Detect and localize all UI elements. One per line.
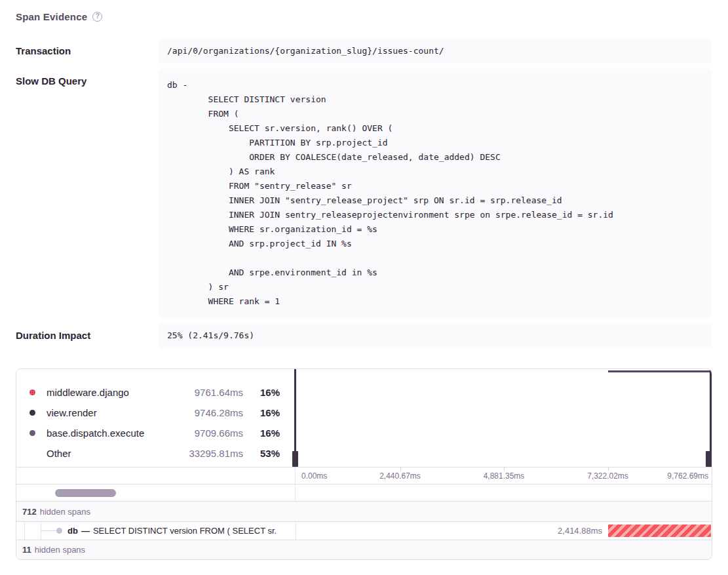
legend-label: middleware.django xyxy=(47,387,171,398)
legend-label: base.dispatch.execute xyxy=(47,427,171,439)
tree-dot-icon xyxy=(56,528,62,534)
span-op-separator: — xyxy=(81,526,90,536)
hidden-spans-count: 11 xyxy=(22,545,31,555)
hidden-spans-row-top[interactable]: 712 hidden spans xyxy=(16,502,712,522)
span-tree-panel: middleware.django 9761.64ms 16% view.ren… xyxy=(16,368,712,560)
minimap-row: middleware.django 9761.64ms 16% view.ren… xyxy=(16,369,712,467)
legend-label: view.render xyxy=(47,407,171,418)
hidden-spans-row-bottom[interactable]: 11 hidden spans xyxy=(16,540,712,559)
legend-label: Other xyxy=(47,448,171,459)
slow-db-query-row: Slow DB Query db - SELECT DISTINCT versi… xyxy=(16,69,712,318)
legend-row: Other 33295.81ms 53% xyxy=(29,443,280,464)
span-duration: 2,414.88ms xyxy=(558,522,602,540)
legend-dot-red-icon xyxy=(29,389,35,395)
column-divider xyxy=(296,522,296,540)
time-axis: 0.00ms 2,440.67ms 4,881.35ms 7,322.02ms … xyxy=(296,467,712,484)
legend-percent: 16% xyxy=(243,387,280,398)
hidden-spans-count: 712 xyxy=(22,507,37,517)
axis-tick-label: 9,762.69ms xyxy=(667,471,708,481)
legend-percent: 16% xyxy=(243,407,280,418)
legend-dot-gray-icon xyxy=(29,430,35,436)
slow-db-query-label: Slow DB Query xyxy=(16,69,159,87)
legend-duration: 9761.64ms xyxy=(171,387,243,398)
duration-impact-row: Duration Impact 25% (2.41s/9.76s) xyxy=(16,323,712,348)
span-evidence-section: Span Evidence ? Transaction /api/0/organ… xyxy=(0,0,728,348)
legend-row: view.render 9746.28ms 16% xyxy=(29,403,280,423)
legend-duration: 33295.81ms xyxy=(171,448,243,459)
time-axis-row: 0.00ms 2,440.67ms 4,881.35ms 7,322.02ms … xyxy=(16,467,712,485)
duration-impact-value: 25% (2.41s/9.76s) xyxy=(159,323,712,348)
span-row[interactable]: db — SELECT DISTINCT version FROM ( SELE… xyxy=(16,522,712,540)
span-description: SELECT DISTINCT version FROM ( SELECT sr… xyxy=(93,526,277,536)
section-header: Span Evidence ? xyxy=(16,10,712,23)
minimap-span-line xyxy=(608,370,711,372)
transaction-label: Transaction xyxy=(16,39,159,56)
axis-tick-label: 4,881.35ms xyxy=(484,471,525,481)
span-duration-bar xyxy=(608,525,711,537)
axis-tick-label: 7,322.02ms xyxy=(587,471,628,481)
viewport-handle-right[interactable] xyxy=(706,451,712,467)
axis-tick-mark xyxy=(608,467,609,471)
duration-impact-label: Duration Impact xyxy=(16,323,159,341)
legend-row: middleware.django 9761.64ms 16% xyxy=(29,382,280,403)
legend-duration: 9746.28ms xyxy=(171,407,243,418)
legend-percent: 16% xyxy=(243,427,280,439)
page-title: Span Evidence xyxy=(16,11,87,22)
hidden-spans-label: hidden spans xyxy=(35,545,85,555)
legend-dot-none xyxy=(29,450,35,456)
span-description-cell: db — SELECT DISTINCT version FROM ( SELE… xyxy=(67,522,295,540)
tree-guide xyxy=(24,522,25,540)
transaction-row: Transaction /api/0/organizations/{organi… xyxy=(16,39,712,64)
axis-tick-label: 2,440.67ms xyxy=(379,471,421,481)
axis-tick-mark xyxy=(400,467,401,471)
axis-left-cell xyxy=(16,467,296,484)
scrollbar-track[interactable] xyxy=(16,485,296,501)
axis-tick-label: 0.00ms xyxy=(301,471,327,481)
tree-connector xyxy=(41,530,57,531)
legend-percent: 53% xyxy=(243,448,280,459)
transaction-value: /api/0/organizations/{organization_slug}… xyxy=(159,39,712,64)
legend-dot-dark-icon xyxy=(29,410,35,416)
scrollbar-thumb[interactable] xyxy=(55,489,116,497)
legend-row: base.dispatch.execute 9709.66ms 16% xyxy=(29,423,280,443)
sql-query-value: db - SELECT DISTINCT version FROM ( SELE… xyxy=(159,69,712,318)
hidden-spans-label: hidden spans xyxy=(40,507,90,517)
span-ops-legend: middleware.django 9761.64ms 16% view.ren… xyxy=(16,369,296,467)
sql-query-text: db - SELECT DISTINCT version FROM ( SELE… xyxy=(167,78,704,309)
viewport-handle-left[interactable] xyxy=(292,451,298,467)
axis-tick-mark xyxy=(504,467,505,471)
span-op: db xyxy=(67,526,78,536)
horizontal-scrollbar-row xyxy=(16,485,712,502)
legend-duration: 9709.66ms xyxy=(171,427,243,439)
help-icon[interactable]: ? xyxy=(92,12,102,22)
